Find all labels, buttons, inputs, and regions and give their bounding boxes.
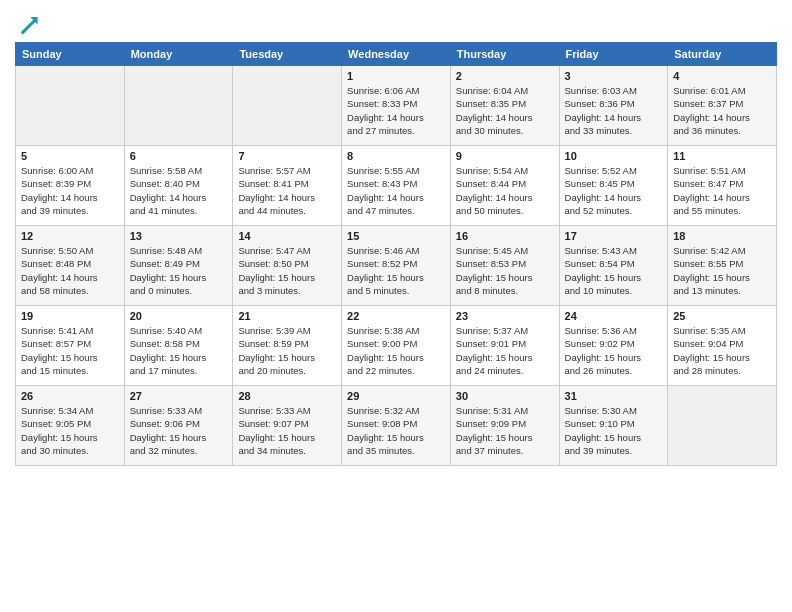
calendar-cell: 24Sunrise: 5:36 AMSunset: 9:02 PMDayligh… — [559, 306, 668, 386]
day-detail: Sunrise: 5:52 AMSunset: 8:45 PMDaylight:… — [565, 164, 663, 217]
weekday-header-thursday: Thursday — [450, 43, 559, 66]
calendar-cell: 5Sunrise: 6:00 AMSunset: 8:39 PMDaylight… — [16, 146, 125, 226]
calendar-cell: 23Sunrise: 5:37 AMSunset: 9:01 PMDayligh… — [450, 306, 559, 386]
day-detail: Sunrise: 5:54 AMSunset: 8:44 PMDaylight:… — [456, 164, 554, 217]
logo-icon — [17, 14, 39, 36]
calendar-cell: 9Sunrise: 5:54 AMSunset: 8:44 PMDaylight… — [450, 146, 559, 226]
day-number: 14 — [238, 230, 336, 242]
header — [15, 10, 777, 36]
day-number: 17 — [565, 230, 663, 242]
calendar-week-2: 5Sunrise: 6:00 AMSunset: 8:39 PMDaylight… — [16, 146, 777, 226]
day-number: 25 — [673, 310, 771, 322]
calendar-cell: 10Sunrise: 5:52 AMSunset: 8:45 PMDayligh… — [559, 146, 668, 226]
calendar-cell: 26Sunrise: 5:34 AMSunset: 9:05 PMDayligh… — [16, 386, 125, 466]
calendar-body: 1Sunrise: 6:06 AMSunset: 8:33 PMDaylight… — [16, 66, 777, 466]
calendar-cell: 22Sunrise: 5:38 AMSunset: 9:00 PMDayligh… — [342, 306, 451, 386]
day-detail: Sunrise: 5:39 AMSunset: 8:59 PMDaylight:… — [238, 324, 336, 377]
day-detail: Sunrise: 5:38 AMSunset: 9:00 PMDaylight:… — [347, 324, 445, 377]
day-detail: Sunrise: 5:33 AMSunset: 9:07 PMDaylight:… — [238, 404, 336, 457]
day-detail: Sunrise: 5:36 AMSunset: 9:02 PMDaylight:… — [565, 324, 663, 377]
calendar-cell: 20Sunrise: 5:40 AMSunset: 8:58 PMDayligh… — [124, 306, 233, 386]
calendar-cell: 19Sunrise: 5:41 AMSunset: 8:57 PMDayligh… — [16, 306, 125, 386]
calendar-cell: 12Sunrise: 5:50 AMSunset: 8:48 PMDayligh… — [16, 226, 125, 306]
day-number: 19 — [21, 310, 119, 322]
day-number: 30 — [456, 390, 554, 402]
weekday-header-friday: Friday — [559, 43, 668, 66]
day-detail: Sunrise: 5:42 AMSunset: 8:55 PMDaylight:… — [673, 244, 771, 297]
day-detail: Sunrise: 6:00 AMSunset: 8:39 PMDaylight:… — [21, 164, 119, 217]
day-detail: Sunrise: 5:47 AMSunset: 8:50 PMDaylight:… — [238, 244, 336, 297]
day-number: 20 — [130, 310, 228, 322]
day-detail: Sunrise: 6:06 AMSunset: 8:33 PMDaylight:… — [347, 84, 445, 137]
calendar-cell: 30Sunrise: 5:31 AMSunset: 9:09 PMDayligh… — [450, 386, 559, 466]
calendar-cell: 14Sunrise: 5:47 AMSunset: 8:50 PMDayligh… — [233, 226, 342, 306]
calendar-cell: 1Sunrise: 6:06 AMSunset: 8:33 PMDaylight… — [342, 66, 451, 146]
day-number: 5 — [21, 150, 119, 162]
calendar-cell: 31Sunrise: 5:30 AMSunset: 9:10 PMDayligh… — [559, 386, 668, 466]
calendar-cell: 8Sunrise: 5:55 AMSunset: 8:43 PMDaylight… — [342, 146, 451, 226]
day-number: 1 — [347, 70, 445, 82]
calendar-cell: 6Sunrise: 5:58 AMSunset: 8:40 PMDaylight… — [124, 146, 233, 226]
calendar-cell: 29Sunrise: 5:32 AMSunset: 9:08 PMDayligh… — [342, 386, 451, 466]
day-number: 27 — [130, 390, 228, 402]
day-detail: Sunrise: 5:48 AMSunset: 8:49 PMDaylight:… — [130, 244, 228, 297]
calendar-cell — [233, 66, 342, 146]
calendar-week-3: 12Sunrise: 5:50 AMSunset: 8:48 PMDayligh… — [16, 226, 777, 306]
calendar-cell: 27Sunrise: 5:33 AMSunset: 9:06 PMDayligh… — [124, 386, 233, 466]
calendar-cell — [124, 66, 233, 146]
day-detail: Sunrise: 5:57 AMSunset: 8:41 PMDaylight:… — [238, 164, 336, 217]
logo — [15, 14, 39, 36]
day-number: 18 — [673, 230, 771, 242]
day-detail: Sunrise: 5:30 AMSunset: 9:10 PMDaylight:… — [565, 404, 663, 457]
day-number: 23 — [456, 310, 554, 322]
day-number: 16 — [456, 230, 554, 242]
calendar-cell: 28Sunrise: 5:33 AMSunset: 9:07 PMDayligh… — [233, 386, 342, 466]
day-detail: Sunrise: 5:40 AMSunset: 8:58 PMDaylight:… — [130, 324, 228, 377]
calendar-cell: 16Sunrise: 5:45 AMSunset: 8:53 PMDayligh… — [450, 226, 559, 306]
day-number: 13 — [130, 230, 228, 242]
day-number: 29 — [347, 390, 445, 402]
day-detail: Sunrise: 5:58 AMSunset: 8:40 PMDaylight:… — [130, 164, 228, 217]
day-detail: Sunrise: 5:34 AMSunset: 9:05 PMDaylight:… — [21, 404, 119, 457]
day-number: 2 — [456, 70, 554, 82]
calendar-cell: 21Sunrise: 5:39 AMSunset: 8:59 PMDayligh… — [233, 306, 342, 386]
calendar-cell: 13Sunrise: 5:48 AMSunset: 8:49 PMDayligh… — [124, 226, 233, 306]
weekday-header-row: SundayMondayTuesdayWednesdayThursdayFrid… — [16, 43, 777, 66]
calendar-table: SundayMondayTuesdayWednesdayThursdayFrid… — [15, 42, 777, 466]
day-detail: Sunrise: 5:33 AMSunset: 9:06 PMDaylight:… — [130, 404, 228, 457]
day-detail: Sunrise: 5:45 AMSunset: 8:53 PMDaylight:… — [456, 244, 554, 297]
calendar-week-5: 26Sunrise: 5:34 AMSunset: 9:05 PMDayligh… — [16, 386, 777, 466]
weekday-header-tuesday: Tuesday — [233, 43, 342, 66]
day-detail: Sunrise: 5:31 AMSunset: 9:09 PMDaylight:… — [456, 404, 554, 457]
calendar-cell: 25Sunrise: 5:35 AMSunset: 9:04 PMDayligh… — [668, 306, 777, 386]
day-number: 7 — [238, 150, 336, 162]
weekday-header-sunday: Sunday — [16, 43, 125, 66]
calendar-cell: 11Sunrise: 5:51 AMSunset: 8:47 PMDayligh… — [668, 146, 777, 226]
calendar-cell: 18Sunrise: 5:42 AMSunset: 8:55 PMDayligh… — [668, 226, 777, 306]
day-number: 24 — [565, 310, 663, 322]
weekday-header-saturday: Saturday — [668, 43, 777, 66]
calendar-cell: 4Sunrise: 6:01 AMSunset: 8:37 PMDaylight… — [668, 66, 777, 146]
day-number: 28 — [238, 390, 336, 402]
day-number: 10 — [565, 150, 663, 162]
day-detail: Sunrise: 5:55 AMSunset: 8:43 PMDaylight:… — [347, 164, 445, 217]
day-detail: Sunrise: 5:43 AMSunset: 8:54 PMDaylight:… — [565, 244, 663, 297]
calendar-cell — [16, 66, 125, 146]
calendar-cell: 7Sunrise: 5:57 AMSunset: 8:41 PMDaylight… — [233, 146, 342, 226]
calendar-cell: 2Sunrise: 6:04 AMSunset: 8:35 PMDaylight… — [450, 66, 559, 146]
day-detail: Sunrise: 5:46 AMSunset: 8:52 PMDaylight:… — [347, 244, 445, 297]
day-detail: Sunrise: 5:50 AMSunset: 8:48 PMDaylight:… — [21, 244, 119, 297]
day-detail: Sunrise: 6:04 AMSunset: 8:35 PMDaylight:… — [456, 84, 554, 137]
day-number: 9 — [456, 150, 554, 162]
calendar-cell: 15Sunrise: 5:46 AMSunset: 8:52 PMDayligh… — [342, 226, 451, 306]
day-detail: Sunrise: 5:32 AMSunset: 9:08 PMDaylight:… — [347, 404, 445, 457]
day-number: 26 — [21, 390, 119, 402]
day-number: 12 — [21, 230, 119, 242]
day-number: 4 — [673, 70, 771, 82]
day-number: 15 — [347, 230, 445, 242]
calendar-cell: 3Sunrise: 6:03 AMSunset: 8:36 PMDaylight… — [559, 66, 668, 146]
day-number: 22 — [347, 310, 445, 322]
day-detail: Sunrise: 5:51 AMSunset: 8:47 PMDaylight:… — [673, 164, 771, 217]
day-detail: Sunrise: 5:41 AMSunset: 8:57 PMDaylight:… — [21, 324, 119, 377]
calendar-week-1: 1Sunrise: 6:06 AMSunset: 8:33 PMDaylight… — [16, 66, 777, 146]
